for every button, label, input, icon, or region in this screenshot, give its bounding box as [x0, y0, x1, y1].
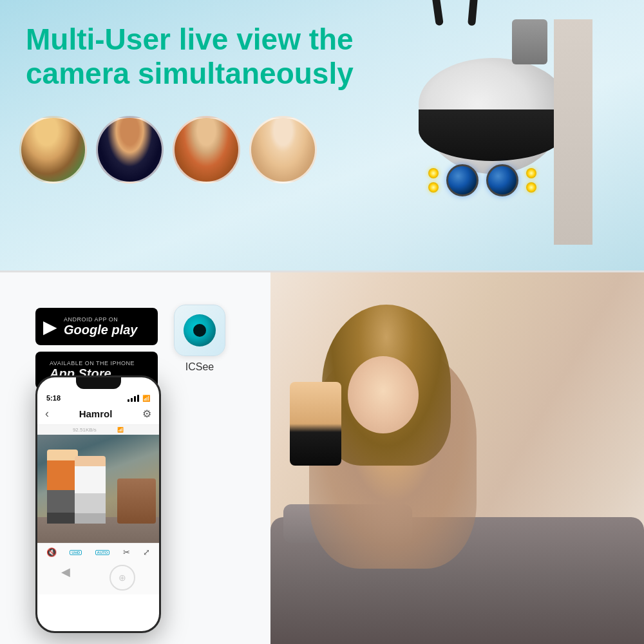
- play-store-icon: ▶: [43, 316, 57, 337]
- sig-bar-1: [128, 399, 129, 402]
- camera-lens-left: [446, 164, 478, 196]
- icsee-label: ICSee: [185, 361, 214, 373]
- light-4: [526, 182, 536, 193]
- feed-person-1: [47, 450, 78, 524]
- expand-control[interactable]: ⤢: [143, 547, 150, 557]
- ptz-icon: ⊕: [118, 573, 126, 583]
- icsee-pupil: [193, 324, 206, 337]
- sig-bar-3: [134, 396, 136, 402]
- extra-ctrl-1[interactable]: ◀: [61, 565, 70, 591]
- ptz-control[interactable]: ⊕: [109, 565, 135, 591]
- app-title: Hamrol: [79, 408, 113, 419]
- avatar-1: [21, 118, 85, 182]
- camera-lights-left: [428, 168, 439, 193]
- top-section: Multi-User live view the camera simultan…: [0, 0, 644, 270]
- speed-indicator: 92.51KB/s 📶: [37, 425, 159, 435]
- auto-control[interactable]: AUTO: [95, 550, 110, 555]
- person-1-body: [47, 450, 78, 524]
- user-circle-1: [19, 116, 87, 184]
- camera-body: [419, 58, 567, 187]
- uhd-badge: UHD: [70, 550, 82, 555]
- settings-icon[interactable]: ⚙: [142, 408, 151, 420]
- back-button[interactable]: ‹: [45, 407, 49, 421]
- sig-bar-4: [137, 395, 139, 402]
- avatar-4: [251, 118, 315, 182]
- woman-face: [348, 356, 419, 433]
- woman-hand-phone: [290, 382, 341, 466]
- scissors-icon: ✂: [123, 547, 130, 557]
- user-circle-2: [96, 116, 164, 184]
- woman-section: [270, 272, 644, 644]
- phone-mockup: 5:18 📶 ‹ Hamrol ⚙ 92.51KB/s 📶: [35, 375, 161, 633]
- icsee-app[interactable]: ICSee: [174, 305, 225, 373]
- camera-lens-right: [486, 164, 518, 196]
- user-circle-4: [249, 116, 317, 184]
- icsee-icon: [174, 305, 225, 356]
- person-2-body: [75, 456, 106, 524]
- user-circle-3: [173, 116, 240, 184]
- google-play-text: Android App on Google play: [64, 316, 137, 337]
- cut-control[interactable]: ✂: [123, 547, 130, 557]
- camera-mount: [512, 19, 547, 64]
- auto-badge: AUTO: [95, 550, 110, 555]
- camera-lights-right: [526, 168, 536, 193]
- avatar-3: [175, 118, 238, 182]
- camera-feed: [37, 435, 159, 543]
- wifi-status-icon: 📶: [117, 427, 124, 433]
- light-3: [526, 168, 536, 178]
- phone-time: 5:18: [46, 394, 61, 402]
- mute-icon: 🔇: [46, 547, 57, 557]
- avatar-2: [98, 118, 162, 182]
- google-play-badge[interactable]: ▶ Android App on Google play: [35, 308, 158, 345]
- camera-wall: [554, 19, 592, 245]
- uhd-control[interactable]: UHD: [70, 550, 82, 555]
- mute-control[interactable]: 🔇: [46, 547, 57, 557]
- sig-bar-2: [131, 398, 133, 402]
- phone-nav-bar: ‹ Hamrol ⚙: [37, 404, 159, 425]
- signal-group: 📶: [128, 395, 150, 402]
- camera-device: [412, 19, 592, 225]
- phone-screen: 5:18 📶 ‹ Hamrol ⚙ 92.51KB/s 📶: [37, 377, 159, 631]
- phone-notch: [76, 377, 121, 389]
- phone-controls: 🔇 UHD AUTO ✂ ⤢: [37, 543, 159, 561]
- main-headline: Multi-User live view the camera simultan…: [26, 23, 361, 91]
- user-circles-group: [19, 116, 317, 184]
- icsee-eye-icon: [184, 314, 216, 346]
- furniture: [117, 478, 156, 524]
- light-1: [428, 168, 439, 178]
- camera-lens-group: [428, 164, 536, 196]
- feed-person-2: [75, 456, 106, 524]
- phone-status-bar: 5:18 📶: [37, 389, 159, 404]
- bottom-section: ▶ Android App on Google play Available o…: [0, 272, 644, 644]
- wifi-icon: 📶: [142, 395, 150, 402]
- expand-icon: ⤢: [143, 547, 150, 557]
- light-2: [428, 182, 439, 193]
- secondary-controls: ◀ ⊕: [37, 561, 159, 594]
